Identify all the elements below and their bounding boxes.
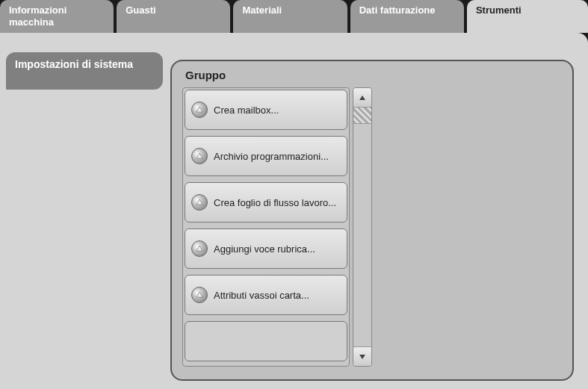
- tab-materials[interactable]: Materiali: [233, 0, 347, 33]
- svg-marker-5: [359, 96, 365, 100]
- list-item[interactable]: Archivio programmazioni...: [185, 136, 347, 176]
- tab-label: Informazioni macchina: [9, 4, 105, 28]
- list-item[interactable]: Crea foglio di flusso lavoro...: [185, 182, 347, 222]
- arrow-up-icon: [191, 102, 208, 118]
- subtab-system-settings[interactable]: Impostazioni di sistema: [6, 52, 163, 90]
- group-panel: Gruppo Crea mailbox... Archivio programm…: [170, 60, 574, 381]
- tab-label: Guasti: [126, 4, 155, 16]
- group-title: Gruppo: [185, 69, 562, 81]
- scroll-down-button[interactable]: [353, 346, 371, 366]
- list-item-label: Crea foglio di flusso lavoro...: [214, 197, 336, 208]
- list-item-label: Archivio programmazioni...: [214, 151, 329, 162]
- list-item-label: Crea mailbox...: [214, 105, 279, 116]
- svg-marker-1: [196, 153, 202, 158]
- group-list: Crea mailbox... Archivio programmazioni.…: [182, 87, 350, 367]
- list-item-label: Aggiungi voce rubrica...: [214, 243, 315, 255]
- arrow-up-icon: [191, 240, 208, 257]
- page-content: Impostazioni di sistema Gruppo Crea mail…: [0, 33, 588, 389]
- group-body: Crea mailbox... Archivio programmazioni.…: [182, 87, 562, 367]
- tab-bar: Informazioni macchina Guasti Materiali D…: [0, 0, 588, 33]
- arrow-up-icon: [191, 194, 208, 211]
- list-item-empty: [185, 321, 347, 361]
- list-item[interactable]: Attributi vassoi carta...: [185, 275, 347, 315]
- tab-label: Materiali: [242, 4, 282, 16]
- tab-billing[interactable]: Dati fatturazione: [350, 0, 464, 33]
- list-item[interactable]: Crea mailbox...: [185, 90, 347, 130]
- subtab-label: Impostazioni di sistema: [15, 58, 133, 70]
- svg-marker-4: [196, 292, 202, 297]
- chevron-up-icon: [359, 94, 366, 102]
- list-item[interactable]: Aggiungi voce rubrica...: [185, 228, 347, 269]
- tab-tools[interactable]: Strumenti: [467, 0, 588, 33]
- tab-machine-info[interactable]: Informazioni macchina: [0, 0, 114, 33]
- svg-marker-2: [196, 199, 202, 205]
- svg-marker-6: [359, 355, 365, 359]
- tab-label: Dati fatturazione: [359, 4, 436, 16]
- scroll-up-button[interactable]: [353, 88, 371, 108]
- arrow-up-icon: [191, 148, 208, 164]
- svg-marker-3: [196, 246, 202, 251]
- scroll-thumb[interactable]: [353, 108, 371, 124]
- tab-faults[interactable]: Guasti: [117, 0, 230, 33]
- list-item-label: Attributi vassoi carta...: [214, 290, 309, 301]
- tab-label: Strumenti: [476, 4, 522, 16]
- scrollbar: [353, 87, 372, 367]
- arrow-up-icon: [191, 287, 208, 303]
- svg-marker-0: [196, 107, 202, 112]
- scroll-track[interactable]: [353, 108, 371, 346]
- chevron-down-icon: [359, 353, 366, 361]
